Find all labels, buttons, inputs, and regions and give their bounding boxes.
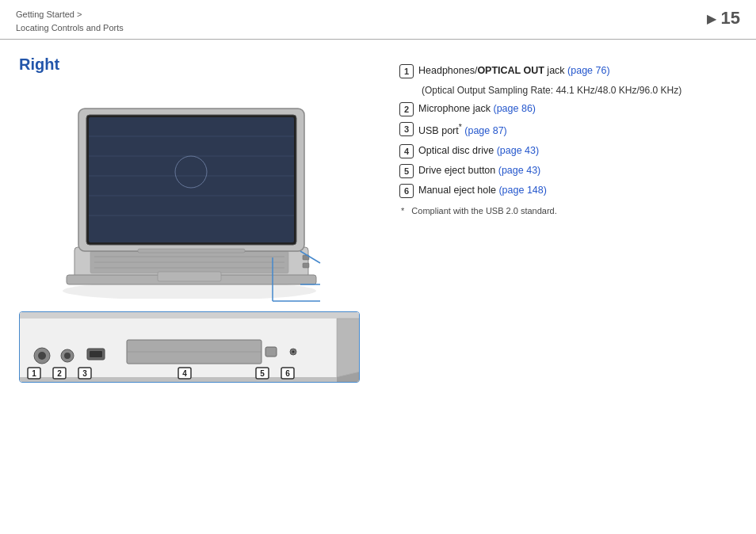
laptop-illustration bbox=[19, 85, 376, 307]
item-text-2: Microphone jack (page 86) bbox=[418, 101, 737, 116]
list-item-3: 3 USB port* (page 87) bbox=[399, 121, 737, 139]
item-link-3[interactable]: (page 87) bbox=[464, 125, 507, 136]
item-link-5[interactable]: (page 43) bbox=[498, 165, 541, 176]
bottom-strip-illustration: 1 2 3 4 5 6 bbox=[19, 311, 360, 383]
breadcrumb: Getting Started > Locating Controls and … bbox=[16, 8, 124, 34]
item-link-4[interactable]: (page 43) bbox=[497, 145, 540, 156]
svg-rect-7 bbox=[158, 272, 221, 281]
badge-1: 1 bbox=[399, 64, 414, 78]
svg-text:3: 3 bbox=[82, 369, 87, 378]
list-item-1: 1 Headphones/OPTICAL OUT jack (page 76) bbox=[399, 63, 737, 78]
item-link-6[interactable]: (page 148) bbox=[498, 185, 546, 196]
list-item-2: 2 Microphone jack (page 86) bbox=[399, 101, 737, 116]
svg-rect-32 bbox=[90, 351, 102, 357]
svg-rect-25 bbox=[20, 312, 360, 318]
svg-rect-10 bbox=[89, 117, 294, 242]
connector-svg bbox=[265, 257, 328, 305]
items-list: 1 Headphones/OPTICAL OUT jack (page 76) … bbox=[399, 63, 737, 198]
svg-point-30 bbox=[64, 353, 71, 359]
page-header: Getting Started > Locating Controls and … bbox=[0, 0, 756, 40]
item-link-1[interactable]: (page 76) bbox=[567, 65, 610, 76]
arrow-icon: ▶ bbox=[707, 11, 716, 26]
section-title: Right bbox=[19, 55, 391, 74]
badge-2: 2 bbox=[399, 102, 414, 116]
footnote-text: Compliant with the USB 2.0 standard. bbox=[411, 206, 556, 216]
badge-6: 6 bbox=[399, 184, 414, 198]
svg-point-28 bbox=[38, 352, 46, 360]
svg-text:5: 5 bbox=[260, 369, 265, 378]
item-text-1: Headphones/OPTICAL OUT jack (page 76) bbox=[418, 63, 737, 78]
list-item-1-sub: (Optical Output Sampling Rate: 44.1 KHz/… bbox=[399, 83, 737, 97]
svg-text:4: 4 bbox=[182, 369, 187, 378]
strip-svg: 1 2 3 4 5 6 bbox=[20, 312, 360, 383]
svg-text:6: 6 bbox=[285, 369, 290, 378]
footnote-marker: * bbox=[401, 206, 404, 216]
svg-text:1: 1 bbox=[32, 369, 36, 378]
badge-5: 5 bbox=[399, 164, 414, 178]
item-link-2[interactable]: (page 86) bbox=[494, 103, 536, 114]
svg-rect-35 bbox=[265, 347, 277, 357]
svg-rect-17 bbox=[138, 249, 245, 253]
page-number: ▶ 15 bbox=[707, 8, 740, 29]
badge-3: 3 bbox=[399, 122, 414, 136]
list-item-4: 4 Optical disc drive (page 43) bbox=[399, 143, 737, 158]
footnote: * Compliant with the USB 2.0 standard. bbox=[399, 206, 737, 216]
svg-text:2: 2 bbox=[57, 369, 62, 378]
item-text-3: USB port* (page 87) bbox=[418, 121, 737, 139]
right-column: 1 Headphones/OPTICAL OUT jack (page 76) … bbox=[399, 55, 737, 383]
left-column: Right bbox=[19, 55, 391, 383]
item-bold-1: OPTICAL OUT bbox=[477, 65, 544, 76]
item-text-6: Manual eject hole (page 148) bbox=[418, 183, 737, 198]
main-content: Right bbox=[0, 40, 756, 395]
badge-4: 4 bbox=[399, 144, 414, 158]
item-sub-text-1: (Optical Output Sampling Rate: 44.1 KHz/… bbox=[422, 83, 682, 97]
item-text-4: Optical disc drive (page 43) bbox=[418, 143, 737, 158]
item-text-5: Drive eject button (page 43) bbox=[418, 163, 737, 178]
list-item-6: 6 Manual eject hole (page 148) bbox=[399, 183, 737, 198]
svg-point-37 bbox=[292, 351, 295, 353]
svg-marker-50 bbox=[337, 318, 360, 377]
superscript-3: * bbox=[459, 123, 462, 132]
list-item-5: 5 Drive eject button (page 43) bbox=[399, 163, 737, 178]
